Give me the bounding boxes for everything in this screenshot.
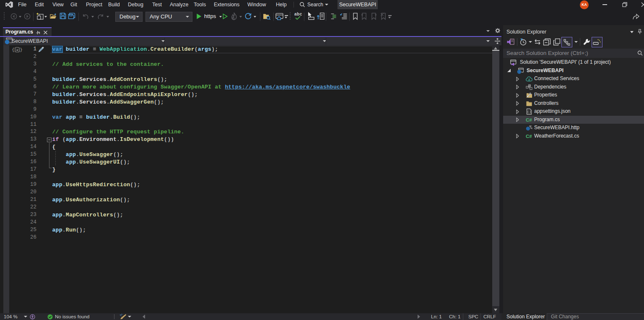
svg-text:C#: C# xyxy=(526,134,532,139)
svg-text:C#: C# xyxy=(526,117,532,122)
